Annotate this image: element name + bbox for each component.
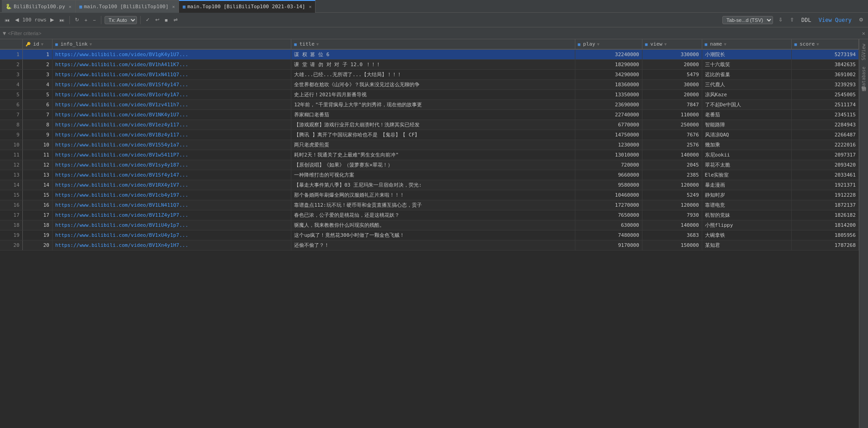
- database-panel-btn[interactable]: Database: [860, 64, 867, 91]
- col-header-info-link[interactable]: ▦ info_link ▼: [52, 39, 291, 49]
- table-row[interactable]: 2 2 https://www.bilibili.com/video/BV1hA…: [0, 60, 859, 70]
- table-row[interactable]: 13 13 https://www.bilibili.com/video/BV1…: [0, 170, 859, 180]
- filter-input[interactable]: [8, 31, 860, 36]
- cell-info-link: https://www.bilibili.com/video/BV1NK4y1U…: [52, 110, 291, 120]
- cell-name: 老番茄: [702, 110, 791, 120]
- cell-id: 3: [22, 70, 52, 80]
- cell-info-link: https://www.bilibili.com/video/BV1Sf4y14…: [52, 170, 291, 180]
- id-sort-icon[interactable]: ▼: [41, 42, 43, 47]
- cell-name: Ele实验室: [702, 170, 791, 180]
- cell-score: 1912228: [791, 190, 858, 200]
- tab-main-2[interactable]: ▦ main.Top100 [BiliBiliTop100 2021-03-14…: [179, 0, 316, 13]
- table-row[interactable]: 20 20 https://www.bilibili.com/video/BV1…: [0, 240, 859, 251]
- cell-play: 32240000: [575, 49, 642, 60]
- download-btn[interactable]: ⇩: [777, 16, 784, 24]
- cell-play: 17270000: [575, 200, 642, 210]
- stop-btn[interactable]: ■: [163, 16, 170, 24]
- table-row[interactable]: 8 8 https://www.bilibili.com/video/BV1ez…: [0, 120, 859, 130]
- name-type-icon: ▦: [705, 42, 707, 47]
- refresh-btn[interactable]: ↻: [73, 16, 81, 24]
- table-row[interactable]: 5 5 https://www.bilibili.com/video/BV1or…: [0, 90, 859, 100]
- col-header-id[interactable]: 🔑 id ▼: [22, 39, 52, 49]
- cell-view: 20000: [642, 90, 702, 100]
- cell-name: 静知时岁: [702, 190, 791, 200]
- cell-play: 9660000: [575, 170, 642, 180]
- settings-btn[interactable]: ⚙: [857, 16, 865, 24]
- cell-name: 了不起De中国人: [702, 100, 791, 110]
- nav-next-btn[interactable]: ▶: [48, 16, 56, 24]
- filter-close-btn[interactable]: ✕: [862, 30, 865, 37]
- ddl-btn[interactable]: DDL: [800, 16, 813, 24]
- col-header-title[interactable]: ▦ title ▼: [291, 39, 575, 49]
- cell-info-link: https://www.bilibili.com/video/BV1w5411P…: [52, 150, 291, 160]
- row-num-cell: 15: [0, 190, 22, 200]
- cell-title: 【游戏观察】游戏行业开启大崩溃时代！洗牌其实已经发: [291, 120, 575, 130]
- cell-view: 30000: [642, 80, 702, 90]
- add-row-btn[interactable]: +: [83, 16, 89, 24]
- export-btn[interactable]: ⇌: [172, 16, 179, 24]
- upload-btn[interactable]: ⇧: [788, 16, 796, 24]
- cell-play: 630000: [575, 220, 642, 230]
- rollback-btn[interactable]: ↩: [153, 16, 161, 24]
- cell-title: 耗时2天！我通关了史上最难"男生女生向前冲": [291, 150, 575, 160]
- cell-play: 7650000: [575, 210, 642, 220]
- row-num-cell: 18: [0, 220, 22, 230]
- table-row[interactable]: 18 18 https://www.bilibili.com/video/BV1…: [0, 220, 859, 230]
- cell-score: 1872137: [791, 200, 858, 210]
- info-link-sort-icon[interactable]: ▼: [89, 42, 92, 47]
- cell-info-link: https://www.bilibili.com/video/BV1554y1a…: [52, 140, 291, 150]
- commit-btn[interactable]: ✓: [144, 16, 152, 24]
- editor-panel-btn[interactable]: 编辑器: [860, 92, 868, 98]
- cell-score: 3842635: [791, 60, 858, 70]
- table-row[interactable]: 10 10 https://www.bilibili.com/video/BV1…: [0, 140, 859, 150]
- cell-view: 7847: [642, 100, 702, 110]
- tab-main-1[interactable]: ▦ main.Top100 [BiliBiliTop100] ✕: [76, 0, 179, 13]
- sgview-panel-btn[interactable]: SGView: [860, 41, 867, 63]
- tab-main-2-close[interactable]: ✕: [309, 4, 311, 9]
- nav-prev-btn[interactable]: ◀: [13, 16, 21, 24]
- tsv-select[interactable]: Tab-se...d (TSV): [722, 16, 773, 24]
- col-name-label: name: [710, 41, 722, 47]
- data-table-container[interactable]: 🔑 id ▼ ▦ info_link ▼: [0, 39, 859, 428]
- table-row[interactable]: 11 11 https://www.bilibili.com/video/BV1…: [0, 150, 859, 160]
- col-header-score[interactable]: ▦ score ▼: [791, 39, 858, 49]
- sep-1: [69, 16, 70, 24]
- nav-first-btn[interactable]: ⏮: [3, 16, 11, 24]
- table-row[interactable]: 19 19 https://www.bilibili.com/video/BV1…: [0, 230, 859, 240]
- title-sort-icon[interactable]: ▼: [316, 42, 319, 47]
- table-row[interactable]: 16 16 https://www.bilibili.com/video/BV1…: [0, 200, 859, 210]
- cell-score: 2545005: [791, 90, 858, 100]
- cell-info-link: https://www.bilibili.com/video/BV11Z4y1P…: [52, 210, 291, 220]
- row-num-cell: 11: [0, 150, 22, 160]
- nav-last-btn[interactable]: ⏭: [58, 16, 66, 24]
- tx-select[interactable]: Tx: Auto: [105, 16, 137, 24]
- view-sort-icon[interactable]: ▼: [664, 42, 667, 47]
- info-link-type-icon: ▦: [55, 42, 58, 47]
- table-row[interactable]: 17 17 https://www.bilibili.com/video/BV1…: [0, 210, 859, 220]
- table-row[interactable]: 12 12 https://www.bilibili.com/video/BV1…: [0, 160, 859, 170]
- col-header-play[interactable]: ▦ play ▼: [575, 39, 642, 49]
- table-row[interactable]: 6 6 https://www.bilibili.com/video/BV1zv…: [0, 100, 859, 110]
- table-row[interactable]: 15 15 https://www.bilibili.com/video/BV1…: [0, 190, 859, 200]
- tab-python[interactable]: 🐍 BiliBiliTop100.py ✕: [2, 0, 76, 13]
- table-row[interactable]: 1 1 https://www.bilibili.com/video/BV1gK…: [0, 49, 859, 60]
- col-header-view[interactable]: ▦ view ▼: [642, 39, 702, 49]
- name-sort-icon[interactable]: ▼: [724, 42, 726, 47]
- table-row[interactable]: 4 4 https://www.bilibili.com/video/BV1Sf…: [0, 80, 859, 90]
- table-row[interactable]: 3 3 https://www.bilibili.com/video/BV1xN…: [0, 70, 859, 80]
- col-header-name[interactable]: ▦ name ▼: [702, 39, 791, 49]
- tab-python-close[interactable]: ✕: [69, 4, 72, 9]
- col-info-link-label: info_link: [60, 41, 88, 47]
- table-row[interactable]: 7 7 https://www.bilibili.com/video/BV1NK…: [0, 110, 859, 120]
- score-sort-icon[interactable]: ▼: [816, 42, 819, 47]
- row-num-cell: 10: [0, 140, 22, 150]
- table-row[interactable]: 14 14 https://www.bilibili.com/video/BV1…: [0, 180, 859, 190]
- cell-name: 小潮院长: [702, 49, 791, 60]
- remove-row-btn[interactable]: −: [91, 16, 97, 24]
- view-query-btn[interactable]: View Query: [817, 16, 853, 24]
- play-sort-icon[interactable]: ▼: [597, 42, 600, 47]
- cell-info-link: https://www.bilibili.com/video/BV1RX4y1V…: [52, 180, 291, 190]
- row-num-cell: 14: [0, 180, 22, 190]
- table-row[interactable]: 9 9 https://www.bilibili.com/video/BV1Bz…: [0, 130, 859, 140]
- tab-main-1-close[interactable]: ✕: [172, 4, 175, 9]
